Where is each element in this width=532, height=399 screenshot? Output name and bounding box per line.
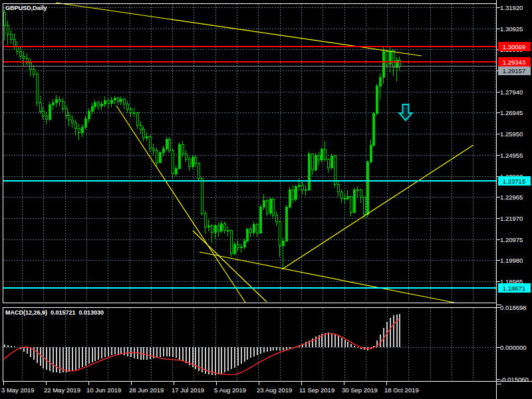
svg-text:1.29343: 1.29343	[503, 59, 525, 66]
candle-body	[104, 101, 106, 104]
candle-body	[65, 109, 67, 116]
candle-body	[162, 148, 164, 152]
candle-body	[68, 115, 70, 120]
candle-body	[285, 207, 287, 241]
date-axis-label: 30 Sep 2019	[342, 386, 378, 394]
candle-body	[156, 151, 158, 163]
date-axis-label: 23 Aug 2019	[257, 386, 292, 394]
price-axis-label: 1.19980	[500, 257, 523, 264]
candle-body	[152, 148, 154, 150]
price-axis-label: 1.21970	[500, 215, 523, 222]
date-axis-label: 5 Aug 2019	[214, 386, 246, 394]
macd-axis-label: 0.018698	[500, 304, 527, 311]
candle-body	[178, 144, 180, 169]
price-axis-label: 1.26945	[500, 109, 523, 116]
candle-body	[324, 149, 326, 159]
candle-body	[269, 200, 271, 213]
candle-body	[214, 225, 216, 233]
candle-body	[168, 139, 170, 151]
candle-body	[217, 225, 219, 231]
candle-body	[49, 104, 51, 119]
macd-axis-label: -0.015060	[500, 376, 529, 383]
candle-body	[182, 144, 184, 154]
candle-body	[308, 154, 310, 190]
candle-body	[3, 12, 5, 26]
candle-body	[13, 40, 15, 47]
candle-body	[230, 230, 232, 253]
candle-body	[45, 116, 47, 119]
candle-body	[94, 103, 96, 106]
candle-body	[204, 214, 206, 227]
candle-body	[97, 103, 99, 106]
date-axis-label: 10 Jun 2019	[86, 386, 121, 394]
candle-body	[392, 51, 394, 68]
candle-body	[52, 102, 54, 104]
date-axis-label: 18 Oct 2019	[384, 386, 419, 394]
candle-body	[376, 86, 378, 113]
candle-body	[142, 130, 144, 138]
chart-surface[interactable]: 1.319201.309251.299301.289351.279401.269…	[0, 0, 532, 399]
candle-body	[311, 154, 313, 170]
candle-body	[39, 103, 41, 112]
candle-body	[100, 104, 102, 106]
price-axis-label: 1.20975	[500, 236, 523, 243]
candle-body	[188, 159, 190, 166]
candle-body	[114, 98, 116, 100]
date-axis-label: 3 May 2019	[1, 386, 35, 394]
date-axis-label: 28 Jun 2019	[129, 386, 164, 394]
candle-body	[42, 112, 44, 116]
support-price-badge-1: 1.23715	[498, 176, 531, 186]
candle-body	[78, 128, 80, 132]
price-axis-label: 1.31920	[500, 4, 523, 11]
candle-body	[256, 224, 258, 233]
price-axis-label: 1.27940	[500, 88, 523, 96]
candle-body	[318, 155, 320, 160]
candle-body	[220, 224, 222, 231]
price-axis-label: 1.25950	[500, 130, 523, 138]
resistance-price-badge-2: 1.29343	[498, 57, 531, 66]
candle-body	[266, 200, 268, 213]
candle-body	[136, 112, 138, 125]
candle-body	[120, 99, 122, 101]
price-axis-label: 1.22965	[500, 194, 523, 201]
candle-body	[130, 110, 132, 113]
candle-body	[201, 178, 203, 214]
candle-body	[340, 192, 342, 199]
candle-body	[19, 52, 21, 57]
candle-body	[315, 155, 317, 170]
candle-body	[272, 200, 274, 215]
candle-body	[123, 99, 125, 104]
candle-body	[71, 120, 73, 123]
price-axis-label: 1.30925	[500, 25, 523, 33]
candle-body	[223, 224, 225, 231]
candle-body	[159, 153, 161, 162]
macd-axis-label: 0.000000	[500, 344, 527, 351]
candle-body	[110, 100, 112, 103]
candle-body	[344, 198, 346, 199]
candle-body	[192, 157, 194, 166]
candle-body	[62, 101, 64, 108]
candle-body	[59, 100, 61, 102]
candle-body	[23, 57, 25, 59]
candle-body	[227, 230, 229, 231]
support-price-badge-2: 1.18671	[498, 283, 531, 293]
candle-body	[321, 149, 323, 160]
candle-body	[166, 139, 168, 148]
candle-body	[350, 196, 352, 212]
date-axis-label: 11 Sep 2019	[299, 386, 334, 394]
svg-text:1.29157: 1.29157	[503, 67, 525, 74]
bid-price-badge: 1.29157	[498, 66, 531, 75]
candle-body	[243, 241, 245, 247]
candle-body	[372, 114, 374, 146]
candle-body	[292, 190, 294, 200]
candle-body	[198, 164, 200, 178]
candle-body	[327, 159, 329, 168]
candle-body	[36, 74, 38, 103]
candle-body	[207, 226, 209, 227]
candle-body	[117, 98, 119, 101]
candle-body	[172, 151, 174, 174]
date-axis-label: 17 Jul 2019	[172, 386, 204, 394]
candle-body	[140, 125, 142, 130]
candle-body	[146, 137, 148, 138]
candle-body	[301, 185, 303, 190]
